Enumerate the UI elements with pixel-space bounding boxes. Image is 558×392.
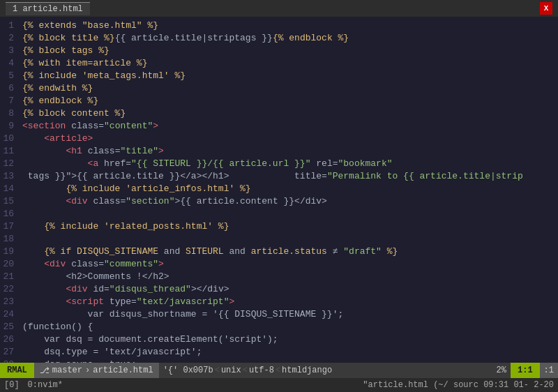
status-right: 2% 1:1 :1	[492, 363, 558, 378]
code-line-20: <div class="comments">	[20, 258, 558, 271]
time: 09:31	[483, 380, 508, 390]
code-line-15: <div class="section">{{ article.content …	[20, 195, 558, 208]
status-sep1: ›	[85, 365, 90, 375]
title-bar: 1 article.html X	[0, 0, 558, 17]
buffer-name: 0:nvim*	[28, 380, 63, 390]
code-line-4: {% with item=article %}	[20, 57, 558, 70]
code-line-22: <div id="disqus_thread"></div>	[20, 283, 558, 296]
code-line-3: {% block tags %}	[20, 45, 558, 57]
date: 01- 2-20	[513, 380, 554, 390]
code-line-11: <h1 class="title">	[20, 145, 558, 158]
git-branch-name: master	[52, 365, 82, 375]
editor-tab[interactable]: 1 article.html	[6, 2, 90, 15]
status-git: ⎇ master › article.html	[34, 363, 159, 378]
code-line-27: dsq.type = 'text/javascript';	[20, 346, 558, 359]
code-line-23: <script type="text/javascript">	[20, 296, 558, 308]
bottom-right: "article.html (~/ sourc 09:31 01- 2-20	[363, 380, 554, 390]
code-line-2: {% block title %}{{ article.title|stript…	[20, 32, 558, 45]
code-line-17: {% include 'related_posts.html' %}	[20, 220, 558, 233]
editor-area: 1234567891011121314151617181920212223242…	[0, 17, 558, 363]
line-numbers: 1234567891011121314151617181920212223242…	[0, 17, 20, 363]
code-line-19: {% if DISQUS_SITENAME and SITEURL and ar…	[20, 246, 558, 258]
file-info: "article.html (~/ sourc	[363, 380, 478, 390]
code-line-13: tags }}">{{ article.title }}</a></h1> ti…	[20, 170, 558, 183]
code-line-9: <section class="content">	[20, 120, 558, 133]
status-position: 1:1	[511, 363, 540, 378]
code-line-8: {% block content %}	[20, 107, 558, 120]
code-line-14: {% include 'article_infos.html' %}	[20, 183, 558, 195]
code-line-16	[20, 208, 558, 220]
code-line-25: (function() {	[20, 321, 558, 333]
code-line-12: <a href="{{ SITEURL }}/{{ article.url }}…	[20, 158, 558, 170]
code-line-5: {% include 'meta_tags.html' %}	[20, 70, 558, 82]
status-bar: RMAL ⎇ master › article.html '{' 0x007b …	[0, 363, 558, 378]
code-line-10: <article>	[20, 133, 558, 145]
buffer-id: [0]	[4, 380, 20, 390]
close-button[interactable]: X	[540, 2, 552, 15]
status-mode: RMAL	[0, 363, 34, 378]
code-line-26: var dsq = document.createElement('script…	[20, 333, 558, 346]
code-line-21: <h2>Comments !</h2>	[20, 271, 558, 283]
git-branch-icon: ⎇	[40, 365, 50, 376]
code-content[interactable]: {% extends "base.html" %}{% block title …	[20, 17, 558, 363]
status-filename: article.html	[93, 365, 153, 375]
bottom-bar: [0] 0:nvim* "article.html (~/ sourc 09:3…	[0, 378, 558, 392]
status-percent: 2%	[492, 365, 511, 375]
code-line-1: {% extends "base.html" %}	[20, 20, 558, 32]
status-file-info: '{' 0x007b < unix < utf-8 < htmldjango	[159, 365, 336, 375]
code-line-6: {% endwith %}	[20, 82, 558, 95]
code-line-18	[20, 233, 558, 246]
code-line-24: var disqus_shortname = '{{ DISQUS_SITENA…	[20, 308, 558, 321]
status-col: :1	[540, 363, 558, 378]
code-line-7: {% endblock %}	[20, 95, 558, 107]
bottom-left: [0] 0:nvim*	[4, 380, 63, 390]
